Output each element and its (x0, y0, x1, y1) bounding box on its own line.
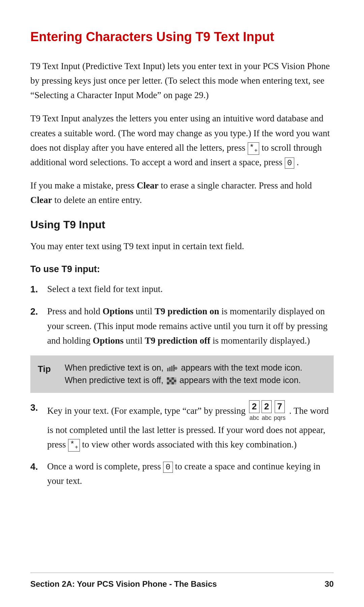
para3-text1: If you make a mistake, press (30, 180, 137, 191)
options-bold-1: Options (102, 306, 133, 316)
page-title: Entering Characters Using T9 Text Input (30, 27, 334, 47)
step-number-2: 2. (30, 304, 47, 319)
svg-rect-2 (171, 366, 173, 371)
clear-bold-2: Clear (30, 195, 52, 205)
svg-rect-12 (172, 380, 174, 382)
svg-rect-17 (174, 382, 176, 384)
svg-rect-6 (167, 377, 169, 380)
para3-text2: to erase a single character. Press and h… (158, 180, 312, 191)
predictive-off-icon (167, 377, 176, 385)
key-2-abc-1: 2 abc (249, 400, 259, 423)
clear-bold-1: Clear (137, 180, 158, 191)
para2-text3: . (297, 157, 299, 167)
t9-prediction-on-bold: T9 prediction on (155, 306, 219, 316)
svg-rect-14 (167, 382, 169, 384)
svg-rect-9 (174, 377, 176, 380)
step-4: 4. Once a word is complete, press 0 to c… (30, 459, 334, 488)
subsection-label: To use T9 input: (30, 262, 334, 277)
footer-right: 30 (325, 578, 334, 590)
zero-key: 0 (285, 157, 294, 169)
para3-text3: to delete an entire entry. (52, 195, 142, 205)
step-2-content: Press and hold Options until T9 predicti… (47, 304, 334, 348)
footer-left: Section 2A: Your PCS Vision Phone - The … (30, 578, 217, 590)
svg-rect-1 (169, 367, 171, 371)
t9-prediction-off-bold: T9 prediction off (145, 336, 211, 346)
svg-point-5 (176, 368, 176, 369)
page-footer: Section 2A: Your PCS Vision Phone - The … (30, 573, 334, 590)
options-bold-2: Options (93, 336, 124, 346)
key-7-pqrs: 7 pqrs (274, 400, 285, 423)
svg-rect-7 (169, 377, 172, 380)
section-heading: Using T9 Input (30, 216, 334, 233)
steps-list: 1. Select a text field for text input. 2… (30, 282, 334, 348)
svg-rect-10 (167, 380, 169, 382)
tip-label: Tip (38, 362, 65, 376)
step-3: 3. Key in your text. (For example, type … (30, 400, 334, 452)
star-plus-key: *+ (248, 142, 260, 155)
star-plus-key-2: *+ (68, 439, 80, 452)
step-number-3: 3. (30, 400, 47, 415)
paragraph-1: T9 Text Input (Predictive Text Input) le… (30, 59, 334, 103)
svg-rect-13 (174, 380, 176, 382)
paragraph-3: If you make a mistake, press Clear to er… (30, 178, 334, 207)
svg-rect-16 (172, 382, 174, 384)
predictive-on-icon (167, 365, 178, 372)
svg-rect-15 (169, 382, 172, 384)
step-number-1: 1. (30, 282, 47, 297)
key-group: 2 abc 2 abc 7 pqrs (249, 400, 285, 423)
svg-rect-8 (172, 377, 174, 380)
step-2: 2. Press and hold Options until T9 predi… (30, 304, 334, 348)
steps-list-continued: 3. Key in your text. (For example, type … (30, 400, 334, 488)
svg-rect-11 (169, 380, 172, 382)
svg-rect-0 (167, 368, 169, 371)
step-1-content: Select a text field for text input. (47, 282, 334, 296)
key-2-abc-2: 2 abc (262, 400, 272, 423)
step-1: 1. Select a text field for text input. (30, 282, 334, 297)
zero-key-2: 0 (163, 462, 173, 473)
svg-rect-3 (173, 365, 175, 371)
step-number-4: 4. (30, 459, 47, 474)
section-intro: You may enter text using T9 text input i… (30, 239, 334, 254)
page-container: Entering Characters Using T9 Text Input … (0, 0, 364, 523)
paragraph-2: T9 Text Input analyzes the letters you e… (30, 111, 334, 170)
step-4-content: Once a word is complete, press 0 to crea… (47, 459, 334, 488)
tip-text: When predictive text is on, appears with… (65, 362, 326, 387)
tip-box: Tip When predictive text is on, appears … (30, 355, 334, 393)
step-3-content: Key in your text. (For example, type “ca… (47, 400, 334, 452)
